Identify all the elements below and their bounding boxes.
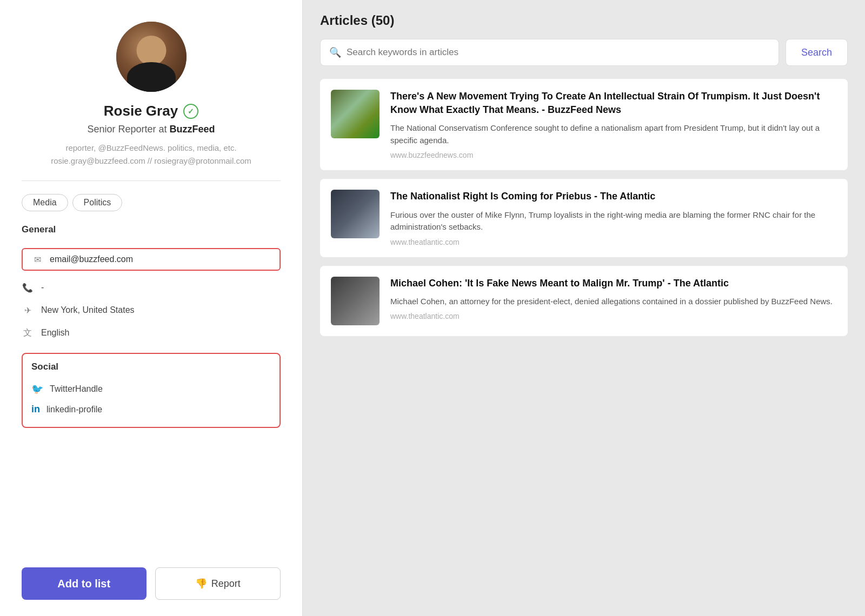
article-card[interactable]: The Nationalist Right Is Coming for Prie… [320,179,848,257]
thumbsdown-icon: 👎 [195,578,207,590]
twitter-item[interactable]: 🐦 TwitterHandle [31,379,271,399]
profile-title: Senior Reporter at BuzzFeed [87,124,215,135]
tag-media[interactable]: Media [22,194,68,211]
article-source: www.theatlantic.com [390,312,837,320]
tags-row: Media Politics [22,194,122,211]
article-desc: Furious over the ouster of Mike Flynn, T… [390,209,837,233]
report-label: Report [211,578,241,590]
email-icon: ✉ [31,253,43,265]
general-label: General [22,224,56,235]
social-label: Social [31,361,271,372]
company-name: BuzzFeed [170,124,215,135]
language-icon: 文 [22,327,34,339]
language-value: English [41,328,69,338]
name-text: Rosie Gray [104,103,178,119]
search-input-wrapper: 🔍 [320,39,779,66]
twitter-icon: 🐦 [31,383,43,395]
linkedin-item[interactable]: in linkedin-profile [31,399,271,419]
article-card[interactable]: Michael Cohen: 'It Is Fake News Meant to… [320,266,848,336]
search-bar: 🔍 Search [320,39,848,66]
divider [22,180,281,181]
title-text: Senior Reporter at [87,124,167,135]
phone-value: - [41,283,44,292]
profile-name: Rosie Gray ✓ [104,103,198,119]
article-source: www.buzzfeednews.com [390,151,837,159]
profile-bio: reporter, @BuzzFeedNews. politics, media… [22,142,281,168]
article-content: Michael Cohen: 'It Is Fake News Meant to… [390,277,837,325]
avatar [116,22,187,92]
article-thumbnail [331,190,380,238]
article-title: There's A New Movement Trying To Create … [390,90,837,117]
location-icon: ✈ [22,304,34,316]
phone-icon: 📞 [22,282,34,293]
twitter-handle: TwitterHandle [50,384,103,394]
tag-politics[interactable]: Politics [72,194,123,211]
article-title: Michael Cohen: 'It Is Fake News Meant to… [390,277,837,290]
email-value: email@buzzfeed.com [50,255,133,264]
info-list: ✉ email@buzzfeed.com 📞 - ✈ New York, Uni… [22,243,281,344]
article-thumbnail [331,90,380,138]
articles-panel: Articles (50) 🔍 Search There's A New Mov… [303,0,865,616]
search-input[interactable] [347,39,770,65]
article-content: There's A New Movement Trying To Create … [390,90,837,159]
article-thumbnail [331,277,380,325]
location-item: ✈ New York, United States [22,299,281,322]
phone-item: 📞 - [22,276,281,299]
articles-header: Articles (50) [320,13,848,28]
article-source: www.theatlantic.com [390,238,837,246]
language-item: 文 English [22,322,281,344]
search-icon: 🔍 [329,46,341,58]
actions-row: Add to list 👎 Report [22,567,281,600]
social-box: Social 🐦 TwitterHandle in linkedin-profi… [22,353,281,428]
article-desc: Michael Cohen, an attorney for the presi… [390,296,837,308]
article-title: The Nationalist Right Is Coming for Prie… [390,190,837,203]
search-button[interactable]: Search [786,39,848,66]
email-box[interactable]: ✉ email@buzzfeed.com [22,248,281,271]
report-button[interactable]: 👎 Report [155,567,281,600]
article-desc: The National Conservatism Conference sou… [390,122,837,146]
profile-panel: Rosie Gray ✓ Senior Reporter at BuzzFeed… [0,0,303,616]
article-card[interactable]: There's A New Movement Trying To Create … [320,79,848,170]
article-content: The Nationalist Right Is Coming for Prie… [390,190,837,246]
linkedin-handle: linkedin-profile [46,405,102,414]
location-value: New York, United States [41,305,135,315]
add-to-list-button[interactable]: Add to list [22,567,147,600]
verified-badge: ✓ [183,104,198,119]
linkedin-icon: in [31,404,40,415]
email-item[interactable]: ✉ email@buzzfeed.com [22,243,281,276]
